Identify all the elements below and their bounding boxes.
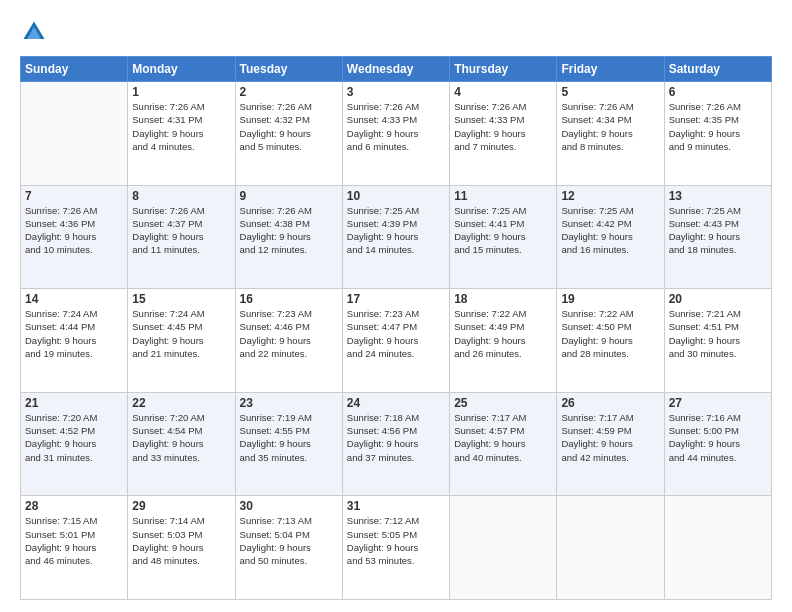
- calendar-cell: 22Sunrise: 7:20 AM Sunset: 4:54 PM Dayli…: [128, 392, 235, 496]
- day-info: Sunrise: 7:12 AM Sunset: 5:05 PM Dayligh…: [347, 514, 445, 567]
- calendar-week-row: 7Sunrise: 7:26 AM Sunset: 4:36 PM Daylig…: [21, 185, 772, 289]
- calendar-cell: [450, 496, 557, 600]
- day-number: 25: [454, 396, 552, 410]
- day-number: 4: [454, 85, 552, 99]
- weekday-header-thursday: Thursday: [450, 57, 557, 82]
- calendar-table: SundayMondayTuesdayWednesdayThursdayFrid…: [20, 56, 772, 600]
- calendar-cell: 26Sunrise: 7:17 AM Sunset: 4:59 PM Dayli…: [557, 392, 664, 496]
- calendar-cell: 24Sunrise: 7:18 AM Sunset: 4:56 PM Dayli…: [342, 392, 449, 496]
- weekday-header-saturday: Saturday: [664, 57, 771, 82]
- calendar-cell: 8Sunrise: 7:26 AM Sunset: 4:37 PM Daylig…: [128, 185, 235, 289]
- day-info: Sunrise: 7:26 AM Sunset: 4:32 PM Dayligh…: [240, 100, 338, 153]
- calendar-cell: 19Sunrise: 7:22 AM Sunset: 4:50 PM Dayli…: [557, 289, 664, 393]
- page: SundayMondayTuesdayWednesdayThursdayFrid…: [0, 0, 792, 612]
- calendar-cell: 14Sunrise: 7:24 AM Sunset: 4:44 PM Dayli…: [21, 289, 128, 393]
- day-number: 18: [454, 292, 552, 306]
- calendar-cell: 29Sunrise: 7:14 AM Sunset: 5:03 PM Dayli…: [128, 496, 235, 600]
- day-number: 17: [347, 292, 445, 306]
- day-number: 9: [240, 189, 338, 203]
- day-info: Sunrise: 7:26 AM Sunset: 4:31 PM Dayligh…: [132, 100, 230, 153]
- calendar-cell: 21Sunrise: 7:20 AM Sunset: 4:52 PM Dayli…: [21, 392, 128, 496]
- calendar-cell: 31Sunrise: 7:12 AM Sunset: 5:05 PM Dayli…: [342, 496, 449, 600]
- calendar-cell: 28Sunrise: 7:15 AM Sunset: 5:01 PM Dayli…: [21, 496, 128, 600]
- calendar-cell: 4Sunrise: 7:26 AM Sunset: 4:33 PM Daylig…: [450, 82, 557, 186]
- day-number: 12: [561, 189, 659, 203]
- day-number: 7: [25, 189, 123, 203]
- weekday-header-wednesday: Wednesday: [342, 57, 449, 82]
- day-info: Sunrise: 7:25 AM Sunset: 4:41 PM Dayligh…: [454, 204, 552, 257]
- day-info: Sunrise: 7:26 AM Sunset: 4:38 PM Dayligh…: [240, 204, 338, 257]
- calendar-cell: 16Sunrise: 7:23 AM Sunset: 4:46 PM Dayli…: [235, 289, 342, 393]
- weekday-header-tuesday: Tuesday: [235, 57, 342, 82]
- day-info: Sunrise: 7:14 AM Sunset: 5:03 PM Dayligh…: [132, 514, 230, 567]
- calendar-cell: 27Sunrise: 7:16 AM Sunset: 5:00 PM Dayli…: [664, 392, 771, 496]
- day-info: Sunrise: 7:25 AM Sunset: 4:42 PM Dayligh…: [561, 204, 659, 257]
- day-info: Sunrise: 7:25 AM Sunset: 4:39 PM Dayligh…: [347, 204, 445, 257]
- day-info: Sunrise: 7:26 AM Sunset: 4:36 PM Dayligh…: [25, 204, 123, 257]
- calendar-cell: 2Sunrise: 7:26 AM Sunset: 4:32 PM Daylig…: [235, 82, 342, 186]
- day-info: Sunrise: 7:26 AM Sunset: 4:34 PM Dayligh…: [561, 100, 659, 153]
- calendar-cell: 6Sunrise: 7:26 AM Sunset: 4:35 PM Daylig…: [664, 82, 771, 186]
- day-number: 13: [669, 189, 767, 203]
- day-number: 5: [561, 85, 659, 99]
- calendar-week-row: 21Sunrise: 7:20 AM Sunset: 4:52 PM Dayli…: [21, 392, 772, 496]
- day-number: 11: [454, 189, 552, 203]
- calendar-cell: [557, 496, 664, 600]
- day-number: 27: [669, 396, 767, 410]
- day-info: Sunrise: 7:20 AM Sunset: 4:54 PM Dayligh…: [132, 411, 230, 464]
- calendar-cell: 7Sunrise: 7:26 AM Sunset: 4:36 PM Daylig…: [21, 185, 128, 289]
- day-info: Sunrise: 7:23 AM Sunset: 4:47 PM Dayligh…: [347, 307, 445, 360]
- weekday-header-sunday: Sunday: [21, 57, 128, 82]
- calendar-week-row: 1Sunrise: 7:26 AM Sunset: 4:31 PM Daylig…: [21, 82, 772, 186]
- day-info: Sunrise: 7:26 AM Sunset: 4:33 PM Dayligh…: [454, 100, 552, 153]
- day-number: 6: [669, 85, 767, 99]
- weekday-header-row: SundayMondayTuesdayWednesdayThursdayFrid…: [21, 57, 772, 82]
- day-number: 1: [132, 85, 230, 99]
- day-number: 19: [561, 292, 659, 306]
- logo: [20, 18, 50, 46]
- calendar-cell: 23Sunrise: 7:19 AM Sunset: 4:55 PM Dayli…: [235, 392, 342, 496]
- calendar-week-row: 28Sunrise: 7:15 AM Sunset: 5:01 PM Dayli…: [21, 496, 772, 600]
- day-number: 28: [25, 499, 123, 513]
- calendar-cell: 15Sunrise: 7:24 AM Sunset: 4:45 PM Dayli…: [128, 289, 235, 393]
- calendar-cell: 20Sunrise: 7:21 AM Sunset: 4:51 PM Dayli…: [664, 289, 771, 393]
- calendar-cell: 12Sunrise: 7:25 AM Sunset: 4:42 PM Dayli…: [557, 185, 664, 289]
- day-info: Sunrise: 7:22 AM Sunset: 4:50 PM Dayligh…: [561, 307, 659, 360]
- day-number: 20: [669, 292, 767, 306]
- weekday-header-monday: Monday: [128, 57, 235, 82]
- calendar-cell: 13Sunrise: 7:25 AM Sunset: 4:43 PM Dayli…: [664, 185, 771, 289]
- calendar-cell: 3Sunrise: 7:26 AM Sunset: 4:33 PM Daylig…: [342, 82, 449, 186]
- calendar-cell: 17Sunrise: 7:23 AM Sunset: 4:47 PM Dayli…: [342, 289, 449, 393]
- day-number: 29: [132, 499, 230, 513]
- calendar-cell: 11Sunrise: 7:25 AM Sunset: 4:41 PM Dayli…: [450, 185, 557, 289]
- calendar-cell: [21, 82, 128, 186]
- day-number: 15: [132, 292, 230, 306]
- calendar-week-row: 14Sunrise: 7:24 AM Sunset: 4:44 PM Dayli…: [21, 289, 772, 393]
- day-number: 3: [347, 85, 445, 99]
- day-info: Sunrise: 7:16 AM Sunset: 5:00 PM Dayligh…: [669, 411, 767, 464]
- day-info: Sunrise: 7:24 AM Sunset: 4:45 PM Dayligh…: [132, 307, 230, 360]
- day-number: 24: [347, 396, 445, 410]
- day-info: Sunrise: 7:26 AM Sunset: 4:37 PM Dayligh…: [132, 204, 230, 257]
- calendar-cell: 18Sunrise: 7:22 AM Sunset: 4:49 PM Dayli…: [450, 289, 557, 393]
- calendar-cell: 10Sunrise: 7:25 AM Sunset: 4:39 PM Dayli…: [342, 185, 449, 289]
- day-info: Sunrise: 7:20 AM Sunset: 4:52 PM Dayligh…: [25, 411, 123, 464]
- calendar-cell: 1Sunrise: 7:26 AM Sunset: 4:31 PM Daylig…: [128, 82, 235, 186]
- header: [20, 18, 772, 46]
- day-info: Sunrise: 7:23 AM Sunset: 4:46 PM Dayligh…: [240, 307, 338, 360]
- day-info: Sunrise: 7:25 AM Sunset: 4:43 PM Dayligh…: [669, 204, 767, 257]
- day-info: Sunrise: 7:19 AM Sunset: 4:55 PM Dayligh…: [240, 411, 338, 464]
- day-info: Sunrise: 7:26 AM Sunset: 4:33 PM Dayligh…: [347, 100, 445, 153]
- day-info: Sunrise: 7:24 AM Sunset: 4:44 PM Dayligh…: [25, 307, 123, 360]
- calendar-cell: 25Sunrise: 7:17 AM Sunset: 4:57 PM Dayli…: [450, 392, 557, 496]
- day-info: Sunrise: 7:21 AM Sunset: 4:51 PM Dayligh…: [669, 307, 767, 360]
- day-number: 2: [240, 85, 338, 99]
- day-number: 10: [347, 189, 445, 203]
- day-info: Sunrise: 7:17 AM Sunset: 4:59 PM Dayligh…: [561, 411, 659, 464]
- day-info: Sunrise: 7:15 AM Sunset: 5:01 PM Dayligh…: [25, 514, 123, 567]
- day-number: 21: [25, 396, 123, 410]
- day-number: 16: [240, 292, 338, 306]
- calendar-cell: 9Sunrise: 7:26 AM Sunset: 4:38 PM Daylig…: [235, 185, 342, 289]
- day-info: Sunrise: 7:22 AM Sunset: 4:49 PM Dayligh…: [454, 307, 552, 360]
- calendar-cell: 5Sunrise: 7:26 AM Sunset: 4:34 PM Daylig…: [557, 82, 664, 186]
